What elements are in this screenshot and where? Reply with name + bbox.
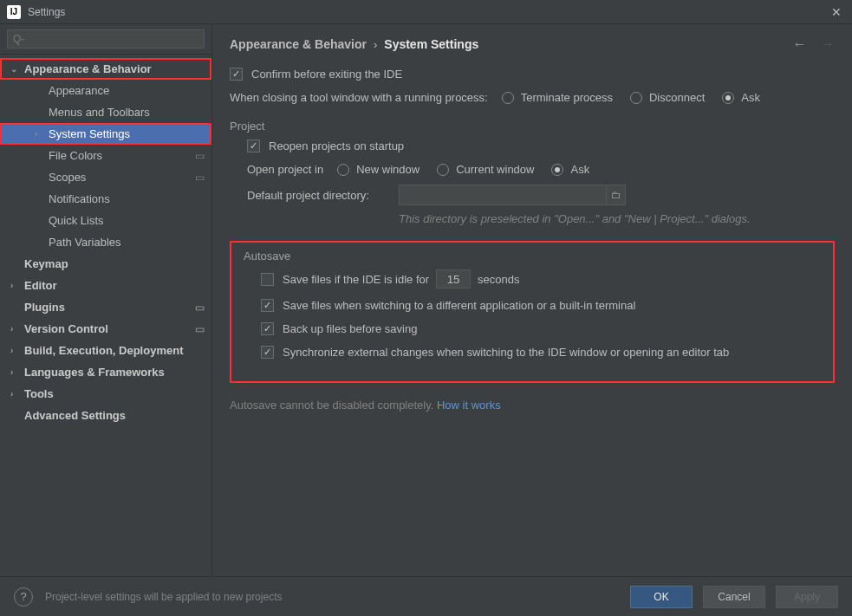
backup-checkbox[interactable]	[261, 322, 274, 335]
backup-label: Back up files before saving	[283, 322, 417, 335]
breadcrumb-root[interactable]: Appearance & Behavior	[230, 37, 367, 51]
reopen-label: Reopen projects on startup	[269, 139, 404, 152]
ok-button[interactable]: OK	[630, 586, 693, 608]
radio-new-window[interactable]	[337, 164, 349, 176]
how-it-works-link[interactable]: How it works	[437, 399, 501, 412]
breadcrumb-current: System Settings	[384, 37, 478, 51]
tree-item-version-control[interactable]: ›Version Control▭	[0, 318, 211, 340]
idle-save-checkbox[interactable]	[261, 273, 274, 286]
project-scope-icon: ▭	[195, 302, 205, 314]
close-icon[interactable]: ✕	[828, 5, 845, 19]
app-icon: IJ	[7, 5, 21, 19]
radio-open-ask[interactable]	[551, 164, 563, 176]
tree-item-tools[interactable]: ›Tools	[0, 383, 211, 405]
radio-disconnect[interactable]	[630, 92, 642, 104]
tree-item-appearance[interactable]: Appearance	[0, 80, 211, 101]
confirm-exit-label: Confirm before exiting the IDE	[251, 68, 402, 81]
idle-save-label-prefix: Save files if the IDE is idle for	[283, 273, 429, 286]
main-panel: Appearance & Behavior › System Settings …	[212, 24, 852, 576]
tree-item-editor[interactable]: ›Editor	[0, 275, 211, 296]
breadcrumb: Appearance & Behavior › System Settings …	[230, 36, 835, 52]
chevron-right-icon[interactable]: ›	[35, 129, 45, 139]
radio-current-window-label: Current window	[456, 163, 534, 176]
project-scope-icon: ▭	[195, 172, 205, 184]
tree-item-label: Advanced Settings	[24, 409, 126, 422]
tree-item-label: Plugins	[24, 301, 65, 314]
tree-item-label: Version Control	[24, 322, 108, 335]
titlebar: IJ Settings ✕	[0, 0, 852, 24]
tree-item-label: Keymap	[24, 257, 68, 270]
dir-label: Default project directory:	[247, 189, 399, 202]
tree-item-label: Build, Execution, Deployment	[24, 344, 183, 357]
sync-label: Synchronize external changes when switch…	[283, 346, 729, 359]
chevron-right-icon[interactable]: ›	[10, 346, 21, 355]
tree-item-advanced-settings[interactable]: Advanced Settings	[0, 405, 211, 426]
footer: ? Project-level settings will be applied…	[0, 576, 852, 616]
tree-item-label: Tools	[24, 387, 54, 400]
chevron-right-icon[interactable]: ›	[10, 367, 21, 377]
settings-tree: ⌄Appearance & BehaviorAppearanceMenus an…	[0, 55, 211, 576]
nav-forward-icon[interactable]: →	[821, 36, 835, 51]
idle-save-label-suffix: seconds	[478, 273, 519, 286]
close-tool-label: When closing a tool window with a runnin…	[230, 91, 488, 104]
chevron-down-icon[interactable]: ⌄	[10, 64, 21, 74]
default-project-dir-input[interactable]	[399, 185, 607, 205]
radio-ask[interactable]	[722, 92, 734, 104]
radio-ask-label: Ask	[741, 91, 760, 104]
chevron-right-icon[interactable]: ›	[10, 281, 21, 290]
radio-new-window-label: New window	[356, 163, 419, 176]
tree-item-label: Languages & Frameworks	[24, 366, 165, 379]
tree-item-label: System Settings	[49, 127, 130, 140]
open-in-label: Open project in	[247, 163, 323, 176]
reopen-checkbox[interactable]	[247, 139, 260, 152]
tree-item-quick-lists[interactable]: Quick Lists	[0, 210, 211, 231]
tree-item-path-variables[interactable]: Path Variables	[0, 231, 211, 253]
chevron-right-icon[interactable]: ›	[10, 389, 21, 399]
idle-seconds-input[interactable]	[436, 269, 471, 289]
tree-item-menus-and-toolbars[interactable]: Menus and Toolbars	[0, 101, 211, 123]
radio-current-window[interactable]	[437, 164, 449, 176]
project-scope-icon: ▭	[195, 150, 205, 162]
autosave-section: Autosave Save files if the IDE is idle f…	[230, 241, 835, 383]
tree-item-label: Notifications	[49, 192, 110, 205]
project-section-title: Project	[230, 120, 835, 133]
dir-hint: This directory is preselected in "Open..…	[399, 212, 835, 225]
tree-item-label: Quick Lists	[49, 214, 104, 227]
tree-item-file-colors[interactable]: File Colors▭	[0, 145, 211, 166]
radio-open-ask-label: Ask	[570, 163, 589, 176]
cancel-button[interactable]: Cancel	[703, 586, 765, 608]
tree-item-label: Editor	[24, 279, 57, 292]
chevron-right-icon[interactable]: ›	[10, 324, 21, 334]
sync-checkbox[interactable]	[261, 346, 274, 359]
project-scope-icon: ▭	[195, 323, 205, 335]
help-icon[interactable]: ?	[14, 587, 33, 606]
sidebar: ⌄Appearance & BehaviorAppearanceMenus an…	[0, 24, 212, 576]
tree-item-label: Scopes	[49, 171, 86, 184]
chevron-right-icon: ›	[374, 38, 377, 51]
tree-item-appearance-behavior[interactable]: ⌄Appearance & Behavior	[0, 58, 211, 80]
switch-app-checkbox[interactable]	[261, 299, 274, 312]
tree-item-system-settings[interactable]: ›System Settings	[0, 123, 211, 145]
footer-note: Project-level settings will be applied t…	[45, 591, 282, 603]
radio-disconnect-label: Disconnect	[649, 91, 705, 104]
confirm-exit-checkbox[interactable]	[230, 68, 243, 81]
tree-item-scopes[interactable]: Scopes▭	[0, 166, 211, 188]
tree-item-notifications[interactable]: Notifications	[0, 188, 211, 210]
tree-item-build-execution-deployment[interactable]: ›Build, Execution, Deployment	[0, 340, 211, 361]
radio-terminate-label: Terminate process	[521, 91, 613, 104]
tree-item-languages-frameworks[interactable]: ›Languages & Frameworks	[0, 361, 211, 383]
nav-back-icon[interactable]: ←	[793, 36, 807, 51]
window-title: Settings	[28, 6, 65, 18]
autosave-title: Autosave	[244, 250, 821, 263]
tree-item-keymap[interactable]: Keymap	[0, 253, 211, 275]
switch-app-label: Save files when switching to a different…	[283, 299, 635, 312]
tree-item-label: Path Variables	[49, 236, 121, 249]
search-input[interactable]	[7, 29, 205, 49]
apply-button[interactable]: Apply	[776, 586, 838, 608]
radio-terminate[interactable]	[502, 92, 514, 104]
tree-item-label: Appearance	[49, 84, 109, 97]
folder-icon[interactable]: 🗀	[607, 185, 626, 205]
autosave-note: Autosave cannot be disabled completely. …	[230, 399, 835, 412]
tree-item-label: Appearance & Behavior	[24, 62, 152, 75]
tree-item-plugins[interactable]: Plugins▭	[0, 296, 211, 318]
